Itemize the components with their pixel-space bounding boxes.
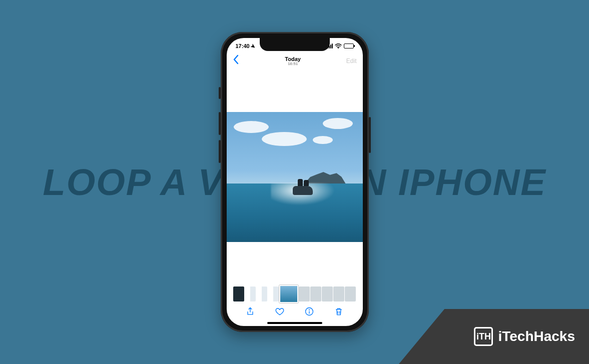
info-button[interactable] xyxy=(304,306,314,318)
svg-point-3 xyxy=(309,310,310,310)
thumbnail[interactable] xyxy=(322,286,333,302)
photo-viewer[interactable] xyxy=(227,69,363,285)
thumbnail-strip[interactable] xyxy=(227,285,363,303)
power-button xyxy=(369,117,371,153)
nav-subtitle: 16:51 xyxy=(285,62,301,66)
notch xyxy=(260,38,330,51)
share-button[interactable] xyxy=(245,306,255,318)
battery-icon xyxy=(344,44,354,48)
thumbnail[interactable] xyxy=(333,286,344,302)
favorite-button[interactable] xyxy=(275,306,285,318)
thumbnail[interactable] xyxy=(345,286,356,302)
edit-button[interactable]: Edit xyxy=(346,58,357,64)
volume-down-button xyxy=(219,140,221,163)
thumbnail-selected[interactable] xyxy=(279,285,298,303)
svg-point-0 xyxy=(338,48,339,48)
jetski-subject xyxy=(293,186,313,195)
home-indicator[interactable] xyxy=(267,322,322,324)
photos-nav-bar: Today 16:51 Edit xyxy=(227,53,363,69)
brand-watermark: iTH iTechHacks xyxy=(399,309,589,364)
back-button[interactable] xyxy=(233,54,240,68)
location-icon: ➤ xyxy=(249,42,257,50)
thumbnail[interactable] xyxy=(233,286,244,302)
phone-screen: 17:40 ➤ Today 16:51 Edit xyxy=(227,38,363,326)
thumbnail[interactable] xyxy=(245,286,256,302)
silence-switch xyxy=(219,87,221,99)
status-time: 17:40 xyxy=(236,43,250,49)
thumbnail[interactable] xyxy=(256,286,267,302)
brand-logo-icon: iTH xyxy=(474,327,493,346)
brand-name: iTechHacks xyxy=(498,328,575,344)
volume-up-button xyxy=(219,112,221,135)
wifi-icon xyxy=(335,44,342,48)
current-photo xyxy=(227,112,363,242)
bottom-toolbar xyxy=(227,304,363,321)
thumbnail[interactable] xyxy=(310,286,321,302)
delete-button[interactable] xyxy=(334,306,344,318)
iphone-mockup: 17:40 ➤ Today 16:51 Edit xyxy=(221,32,369,332)
thumbnail[interactable] xyxy=(299,286,310,302)
thumbnail[interactable] xyxy=(268,286,279,302)
